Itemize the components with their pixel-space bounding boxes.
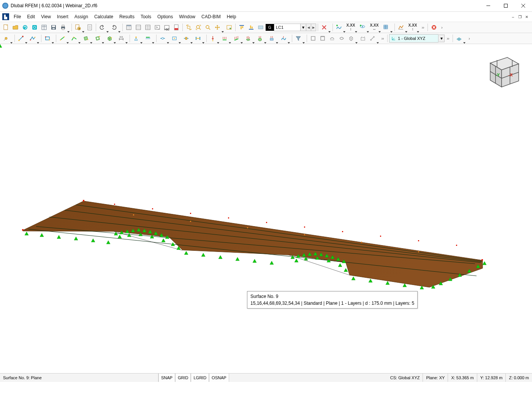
line-load-button[interactable] [220, 34, 229, 43]
polyline-button[interactable] [28, 34, 37, 43]
mdi-restore-icon[interactable]: ❐ [517, 14, 523, 19]
coord-system-dropdown-arrow[interactable]: ▾ [439, 35, 445, 42]
line-button[interactable] [16, 34, 25, 43]
close-button[interactable] [515, 0, 532, 11]
free-load-button[interactable] [267, 34, 276, 43]
console-button[interactable]: >_ [153, 23, 162, 32]
filter-button[interactable] [294, 34, 303, 43]
snap-toggle[interactable]: SNAP [158, 374, 175, 382]
refresh-button[interactable] [21, 23, 30, 32]
view-front-button[interactable] [309, 34, 318, 43]
surface-load-button[interactable] [244, 34, 253, 43]
show-mesh-button[interactable] [382, 23, 391, 32]
release-button[interactable] [182, 34, 191, 43]
menu-calculate[interactable]: Calculate [91, 12, 116, 21]
menu-help[interactable]: Help [224, 12, 239, 21]
line-support-button[interactable] [143, 34, 152, 43]
menu-cad-bim[interactable]: CAD-BIM [198, 12, 224, 21]
toolbar2-overflow-3[interactable]: › [466, 34, 472, 43]
menu-options[interactable]: Options [154, 12, 176, 21]
script-button[interactable]: >SC [162, 23, 171, 32]
table-2-button[interactable] [134, 23, 143, 32]
document-button[interactable] [85, 23, 94, 32]
menu-window[interactable]: Window [176, 12, 198, 21]
table-1-button[interactable] [124, 23, 133, 32]
menu-insert[interactable]: Insert [54, 12, 71, 21]
nodal-load-button[interactable] [208, 34, 217, 43]
dimension-button[interactable]: XX [117, 34, 126, 43]
zoom-extents-button[interactable] [194, 23, 203, 32]
delete-results-button[interactable] [429, 23, 439, 32]
grid-toggle[interactable]: GRID [175, 374, 191, 382]
maximize-button[interactable] [497, 0, 515, 11]
line-hinge-button[interactable] [170, 34, 179, 43]
view-select-button[interactable] [225, 23, 234, 32]
undo-button[interactable] [98, 23, 107, 32]
menu-file[interactable]: File [11, 12, 24, 21]
table-3-button[interactable] [143, 23, 152, 32]
align-bottom-button[interactable] [247, 23, 256, 32]
toolbar1-overflow[interactable]: ›› [420, 23, 426, 32]
new-file-button[interactable] [2, 23, 11, 32]
new-object-button[interactable]: ★ [73, 23, 82, 32]
view-section-button[interactable] [328, 34, 337, 43]
model-viewport[interactable]: -Y -X Surface No. 9 15,16,44,68,69,32,54… [0, 44, 532, 373]
redo-button[interactable] [109, 23, 119, 32]
menu-view[interactable]: View [38, 12, 54, 21]
show-values-x2-button[interactable]: X.XX↔ [370, 23, 379, 32]
member-set-button[interactable] [70, 34, 79, 43]
toolbar2-overflow[interactable]: ›› [380, 34, 386, 43]
toolbar1-overflow-2[interactable]: › [439, 23, 445, 32]
view-side-button[interactable] [318, 34, 327, 43]
toolbar2-overflow-2[interactable]: ›› [445, 34, 451, 43]
loadcase-next-button[interactable]: ▶ [311, 24, 316, 31]
rigid-link-button[interactable] [193, 34, 203, 43]
coord-system-dropdown[interactable]: 1 - Global XYZ [389, 34, 439, 43]
show-values-x3-button[interactable]: X.XX↕ [408, 23, 417, 32]
pan-button[interactable] [213, 23, 222, 32]
solid-button[interactable] [105, 34, 114, 43]
hinge-button[interactable] [158, 34, 167, 43]
menu-tools[interactable]: Tools [138, 12, 154, 21]
align-top-button[interactable] [237, 23, 246, 32]
solid-load-button[interactable] [255, 34, 264, 43]
opening-button[interactable] [93, 34, 102, 43]
rectangle-button[interactable] [43, 34, 52, 43]
menu-results[interactable]: Results [116, 12, 138, 21]
menu-assign[interactable]: Assign [71, 12, 91, 21]
app-logo-icon[interactable]: ▙ [2, 13, 9, 20]
loadcase-dropdown-arrow[interactable]: ▾ [301, 24, 306, 31]
workplane-button[interactable] [454, 34, 464, 43]
model-settings-button[interactable] [30, 23, 39, 32]
measure-button[interactable] [368, 34, 377, 43]
member-load-button[interactable] [232, 34, 241, 43]
member-button[interactable] [58, 34, 67, 43]
imposed-deformation-button[interactable] [279, 34, 288, 43]
open-file-button[interactable] [11, 23, 20, 32]
navigation-cube[interactable]: -Y -X [479, 48, 524, 93]
surface-button[interactable] [81, 34, 90, 43]
loadcase-dropdown[interactable]: LC1 [274, 24, 301, 31]
tables-button[interactable] [40, 23, 49, 32]
view-curved-button[interactable] [337, 34, 346, 43]
color-swatch-button[interactable] [256, 23, 265, 32]
results-clear-button[interactable] [320, 23, 329, 32]
print-button[interactable] [59, 23, 68, 32]
view-iso-button[interactable] [347, 34, 356, 43]
osnap-toggle[interactable]: OSNAP [209, 374, 229, 382]
show-deformations-button[interactable] [334, 23, 344, 32]
mdi-minimize-icon[interactable]: – [510, 14, 516, 19]
zoom-window-button[interactable] [184, 23, 193, 32]
save-button[interactable] [49, 23, 58, 32]
minimize-button[interactable] [480, 0, 497, 11]
loadcase-prev-button[interactable]: ◀ [306, 24, 311, 31]
result-diagram-button[interactable] [396, 23, 405, 32]
show-loads-button[interactable] [358, 23, 367, 32]
menu-edit[interactable]: Edit [24, 12, 38, 21]
pdf-export-button[interactable] [172, 23, 181, 32]
show-values-x-button[interactable]: X.XX↕ [346, 23, 355, 32]
zoom-previous-button[interactable] [203, 23, 212, 32]
mdi-close-icon[interactable]: ✕ [524, 14, 530, 19]
lgrid-toggle[interactable]: LGRID [191, 374, 209, 382]
view-wireframe-button[interactable] [358, 34, 367, 43]
